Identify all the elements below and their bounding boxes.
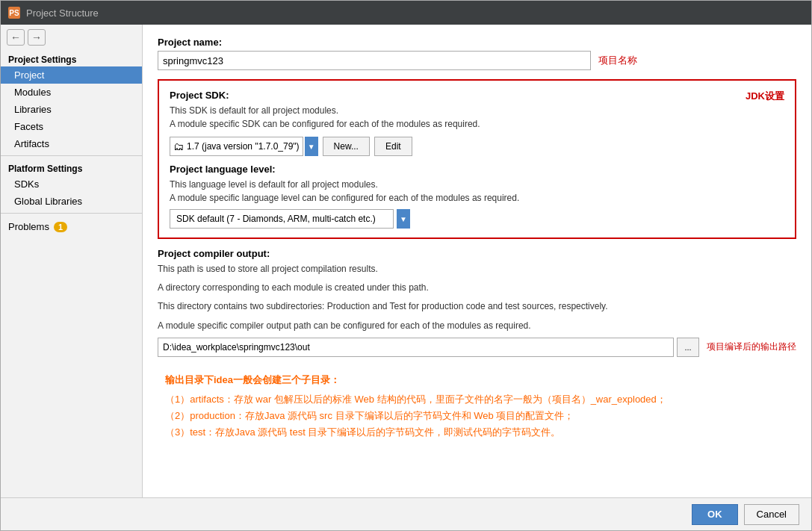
- project-name-annotation: 项目名称: [598, 54, 637, 67]
- compiler-path-annotation: 项目编译后的输出路径: [707, 341, 796, 353]
- annotation-line-1: （1）artifacts：存放 war 包解压以后的标准 Web 结构的代码，里…: [165, 391, 789, 408]
- project-name-row: 项目名称: [158, 51, 796, 70]
- jdk-annotation: JDK设置: [746, 90, 784, 103]
- project-name-section: Project name: 项目名称: [158, 37, 796, 70]
- sidebar-item-global-libraries[interactable]: Global Libraries: [1, 193, 142, 210]
- platform-settings-header: Platform Settings: [1, 159, 142, 176]
- project-name-input[interactable]: [158, 51, 591, 70]
- sdk-arrow-button[interactable]: ▼: [305, 137, 318, 156]
- sdk-title: Project SDK:: [170, 90, 480, 101]
- lang-dropdown-arrow[interactable]: ▼: [397, 209, 410, 229]
- compiler-title: Project compiler output:: [158, 248, 796, 259]
- project-structure-window: PS Project Structure ← → Project Setting…: [0, 0, 812, 531]
- compiler-browse-button[interactable]: ...: [677, 338, 699, 357]
- sidebar-item-facets[interactable]: Facets: [1, 118, 142, 135]
- sdk-edit-button[interactable]: Edit: [374, 137, 412, 156]
- problems-row[interactable]: Problems 1: [1, 217, 142, 237]
- compiler-desc2: A directory corresponding to each module…: [158, 281, 796, 295]
- sidebar-item-label: Libraries: [14, 104, 52, 115]
- ok-button[interactable]: OK: [692, 504, 738, 525]
- annotation-box: 输出目录下idea一般会创建三个子目录： （1）artifacts：存放 war…: [158, 367, 796, 447]
- sidebar-item-sdks[interactable]: SDKs: [1, 176, 142, 193]
- project-settings-header: Project Settings: [1, 50, 142, 66]
- sdk-select-dropdown[interactable]: 🗂 1.7 (java version "1.7.0_79"): [170, 137, 303, 156]
- sidebar-item-libraries[interactable]: Libraries: [1, 101, 142, 118]
- sidebar-item-project[interactable]: Project: [1, 66, 142, 84]
- annotation-line-2: （2）production：存放Java 源代码 src 目录下编译以后的字节码…: [165, 408, 789, 424]
- back-button[interactable]: ←: [7, 29, 25, 46]
- sidebar-item-label: Project: [14, 69, 44, 81]
- lang-dropdown-text: SDK default (7 - Diamonds, ARM, multi-ca…: [176, 214, 376, 224]
- language-section: Project language level: This language le…: [170, 164, 784, 229]
- sidebar-item-label: Facets: [14, 121, 43, 132]
- sidebar-item-label: Modules: [14, 87, 51, 98]
- sidebar-item-label: Global Libraries: [14, 196, 82, 207]
- main-container: ← → Project Settings Project Modules Lib…: [1, 25, 811, 497]
- compiler-section: Project compiler output: This path is us…: [158, 248, 796, 357]
- sdk-select-text: 1.7 (java version "1.7.0_79"): [187, 141, 300, 152]
- footer-bar: OK Cancel: [1, 497, 811, 530]
- compiler-desc3: This directory contains two subdirectori…: [158, 299, 796, 314]
- sdk-desc1: This SDK is default for all project modu…: [170, 104, 480, 117]
- sidebar-item-label: Artifacts: [14, 138, 49, 149]
- sdk-content: Project SDK: This SDK is default for all…: [170, 90, 480, 131]
- app-icon: PS: [8, 7, 20, 19]
- sidebar: ← → Project Settings Project Modules Lib…: [1, 25, 143, 497]
- sidebar-item-label: SDKs: [14, 178, 39, 190]
- sdk-icon: 🗂: [173, 140, 184, 152]
- lang-desc1: This language level is default for all p…: [170, 178, 784, 191]
- sidebar-item-artifacts[interactable]: Artifacts: [1, 135, 142, 152]
- compiler-desc4: A module specific compiler output path c…: [158, 319, 796, 333]
- compiler-path-row: ... 项目编译后的输出路径: [158, 338, 796, 357]
- window-title: Project Structure: [26, 7, 99, 19]
- problems-label: Problems: [8, 221, 49, 232]
- title-bar: PS Project Structure: [1, 1, 811, 25]
- compiler-path-input[interactable]: [158, 338, 674, 357]
- sdk-section-box: Project SDK: This SDK is default for all…: [158, 79, 796, 239]
- lang-desc2: A module specific language level can be …: [170, 191, 784, 205]
- sidebar-item-modules[interactable]: Modules: [1, 84, 142, 101]
- lang-dropdown[interactable]: SDK default (7 - Diamonds, ARM, multi-ca…: [170, 209, 394, 229]
- cancel-button[interactable]: Cancel: [744, 504, 799, 525]
- sidebar-divider: [1, 155, 142, 156]
- problems-badge: 1: [54, 222, 67, 232]
- sdk-new-button[interactable]: New...: [323, 137, 370, 156]
- annotation-title: 输出目录下idea一般会创建三个子目录：: [165, 373, 789, 387]
- sdk-row: 🗂 1.7 (java version "1.7.0_79") ▼ New...…: [170, 137, 784, 156]
- sidebar-divider-2: [1, 213, 142, 214]
- sdk-header-row: Project SDK: This SDK is default for all…: [170, 90, 784, 131]
- compiler-desc1: This path is used to store all project c…: [158, 262, 796, 276]
- forward-button[interactable]: →: [28, 29, 46, 46]
- main-content: Project name: 项目名称 Project SDK: This SDK…: [143, 25, 811, 497]
- sdk-desc2: A module specific SDK can be configured …: [170, 117, 480, 131]
- annotation-line-3: （3）test：存放Java 源代码 test 目录下编译以后的字节码文件，即测…: [165, 424, 789, 441]
- nav-bar: ← →: [1, 25, 142, 50]
- lang-select-row: SDK default (7 - Diamonds, ARM, multi-ca…: [170, 209, 784, 229]
- project-name-label: Project name:: [158, 37, 796, 48]
- lang-title: Project language level:: [170, 164, 784, 175]
